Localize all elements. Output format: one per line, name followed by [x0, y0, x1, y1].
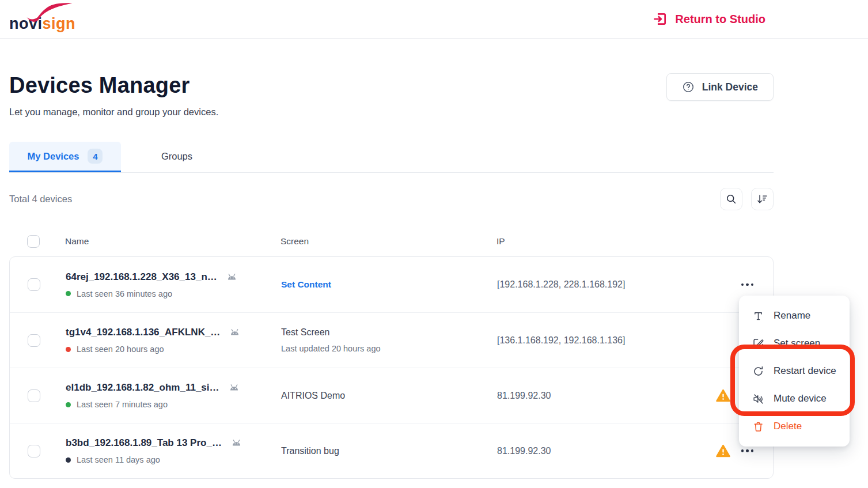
device-name: tg1v4_192.168.1.136_AFKLNK_…	[66, 327, 220, 338]
devices-table: 64rej_192.168.1.228_X36_13_n… Last seen …	[9, 256, 774, 479]
device-ip: 81.199.92.30	[497, 391, 681, 401]
novisign-logo[interactable]: novisign	[9, 7, 75, 32]
link-device-button[interactable]: Link Device	[666, 73, 774, 101]
column-header-name: Name	[65, 236, 281, 247]
total-devices-label: Total 4 devices	[9, 194, 72, 205]
android-icon	[230, 438, 242, 448]
search-button[interactable]	[720, 188, 742, 210]
tab-groups-label: Groups	[161, 151, 192, 162]
mute-speaker-icon	[752, 393, 764, 405]
warning-icon	[716, 444, 730, 457]
tab-my-devices[interactable]: My Devices 4	[9, 142, 121, 172]
status-dot	[66, 457, 71, 463]
menu-item-label: Rename	[774, 310, 810, 321]
menu-item-label: Set screen	[774, 338, 820, 349]
row-menu-button[interactable]	[740, 280, 755, 290]
device-name: el1db_192.168.1.82_ohm_11_si…	[66, 382, 219, 394]
return-to-studio-label: Return to Studio	[675, 13, 765, 26]
menu-item-delete[interactable]: Delete	[739, 413, 850, 440]
status-dot	[66, 291, 71, 296]
rename-text-icon	[752, 310, 764, 322]
screen-name: Test Screen	[281, 327, 497, 338]
search-icon	[725, 193, 737, 205]
select-all-checkbox[interactable]	[27, 235, 40, 248]
menu-item-rename[interactable]: Rename	[739, 302, 850, 330]
menu-item-label: Restart device	[774, 365, 836, 377]
device-context-menu: Rename Set screen Restart device Mute de…	[739, 296, 850, 447]
tab-my-devices-label: My Devices	[28, 151, 79, 162]
page-subtitle: Let you manage, monitor and group your d…	[9, 107, 218, 118]
table-header: Name Screen IP	[9, 226, 774, 256]
android-icon	[228, 383, 240, 392]
row-checkbox[interactable]	[28, 334, 40, 347]
device-ip: [136.1.168.192, 192.168.1.136]	[497, 335, 681, 346]
row-checkbox[interactable]	[28, 445, 40, 457]
device-name: 64rej_192.168.1.228_X36_13_n…	[66, 271, 217, 283]
warning-icon	[716, 389, 730, 402]
last-seen-text: Last seen 36 minutes ago	[77, 289, 172, 298]
device-ip: [192.168.1.228, 228.1.168.192]	[497, 279, 681, 290]
table-row: b3bd_192.168.1.89_Tab 13 Pro_… Last seen…	[10, 423, 773, 478]
link-device-label: Link Device	[702, 81, 758, 93]
last-seen-text: Last seen 7 minutes ago	[77, 400, 168, 409]
trash-icon	[752, 421, 764, 433]
column-header-screen: Screen	[281, 236, 496, 247]
page-title: Devices Manager	[9, 73, 218, 98]
last-seen-text: Last seen 20 hours ago	[77, 345, 164, 354]
sort-descending-icon	[756, 193, 768, 205]
devices-manager-page: Devices Manager Let you manage, monitor …	[0, 73, 868, 479]
screen-name: AITRIOS Demo	[281, 391, 497, 401]
enter-studio-icon	[653, 12, 668, 27]
logo-swoosh-icon	[24, 2, 75, 22]
menu-item-label: Delete	[774, 421, 802, 432]
device-count-badge: 4	[88, 149, 103, 164]
menu-item-restart-device[interactable]: Restart device	[739, 357, 850, 385]
screen-last-updated: Last updated 20 hours ago	[281, 344, 497, 353]
screen-name: Transition bug	[281, 446, 497, 456]
top-bar: novisign Return to Studio	[0, 0, 868, 39]
set-content-link[interactable]: Set Content	[281, 279, 497, 290]
status-dot	[66, 402, 71, 407]
row-checkbox[interactable]	[28, 278, 40, 291]
menu-item-set-screen[interactable]: Set screen	[739, 330, 850, 357]
restart-icon	[752, 365, 764, 377]
tab-bar: My Devices 4 Groups	[9, 142, 774, 173]
table-row: 64rej_192.168.1.228_X36_13_n… Last seen …	[10, 257, 773, 312]
row-checkbox[interactable]	[28, 389, 40, 402]
help-circle-icon	[682, 81, 695, 93]
last-seen-text: Last seen 11 days ago	[77, 455, 160, 464]
device-name: b3bd_192.168.1.89_Tab 13 Pro_…	[66, 437, 222, 449]
tab-groups[interactable]: Groups	[121, 142, 233, 172]
menu-item-label: Mute device	[774, 393, 827, 404]
android-icon	[226, 273, 238, 282]
row-menu-button[interactable]	[740, 446, 755, 456]
sort-button[interactable]	[751, 188, 774, 210]
table-row: tg1v4_192.168.1.136_AFKLNK_… Last seen 2…	[10, 312, 773, 368]
status-dot	[66, 347, 71, 352]
table-row: el1db_192.168.1.82_ohm_11_si… Last seen …	[10, 368, 773, 423]
return-to-studio-link[interactable]: Return to Studio	[653, 12, 765, 27]
menu-item-mute-device[interactable]: Mute device	[739, 385, 850, 413]
device-ip: 81.199.92.30	[497, 446, 681, 456]
edit-icon	[752, 338, 764, 350]
android-icon	[229, 328, 241, 337]
column-header-ip: IP	[496, 236, 681, 247]
